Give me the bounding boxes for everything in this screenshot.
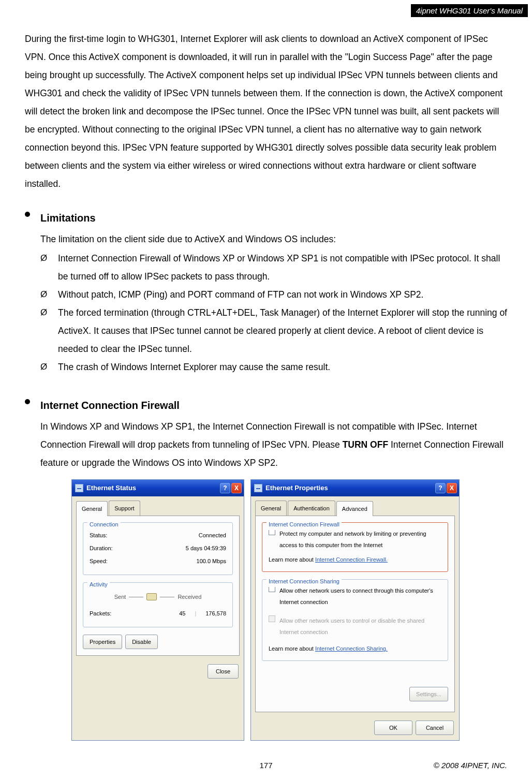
help-button[interactable]: ?	[435, 483, 446, 493]
list-text: The forced termination (through CTRL+ALT…	[58, 304, 507, 358]
copyright: © 2008 4IPNET, INC.	[434, 761, 507, 770]
icf-heading: Internet Connection Firewall	[40, 395, 507, 416]
tab-general[interactable]: General	[76, 501, 108, 516]
row-value: 5 days 04:59:39	[186, 542, 226, 554]
list-item: ØThe forced termination (through CTRL+AL…	[40, 304, 507, 358]
list-marker-icon: Ø	[40, 286, 58, 304]
settings-button: Settings...	[409, 687, 448, 701]
packets-row: Packets: 45 | 176,578	[90, 608, 226, 619]
tab-general[interactable]: General	[255, 501, 287, 516]
titlebar: Ethernet Status ? X	[72, 480, 244, 496]
tab-panel: Connection Status:Connected Duration:5 d…	[76, 516, 240, 656]
list-text: Internet Connection Firewall of Windows …	[58, 249, 507, 286]
monitor-icon	[146, 593, 157, 600]
learn-prefix: Learn more about	[269, 556, 315, 563]
cancel-button[interactable]: Cancel	[416, 721, 454, 735]
row-label: Status:	[90, 530, 107, 541]
ics-checkbox2-label: Allow other network users to control or …	[279, 615, 441, 638]
dialog-footer: Close	[72, 660, 244, 684]
window-title: Ethernet Status	[86, 481, 220, 495]
bullet-icon	[25, 212, 30, 217]
list-item: ØThe crash of Windows Internet Explorer …	[40, 358, 507, 376]
help-button[interactable]: ?	[220, 483, 230, 493]
button-row: Properties Disable	[83, 635, 233, 649]
sent-label: Sent	[114, 591, 126, 602]
intro-paragraph: During the first-time login to WHG301, I…	[25, 30, 507, 193]
page-footer: 177 © 2008 4IPNET, INC.	[0, 761, 532, 770]
ics-link[interactable]: Internet Connection Sharing.	[315, 645, 388, 652]
activity-header: Sent Received	[90, 591, 226, 602]
page-number: 177	[259, 761, 272, 770]
settings-row: Settings...	[262, 687, 448, 701]
tab-bar: General Authentication Advanced	[251, 496, 459, 516]
list-item: ØInternet Connection Firewall of Windows…	[40, 249, 507, 286]
checkbox-icon	[269, 615, 275, 622]
sent-value: 45	[179, 608, 185, 619]
connection-icon	[75, 484, 83, 492]
icf-checkbox-label: Protect my computer and network by limit…	[279, 528, 441, 551]
packets-label: Packets:	[90, 608, 111, 619]
group-title: Internet Connection Firewall	[267, 519, 342, 530]
page-header-bar: 4ipnet WHG301 User's Manual	[411, 4, 528, 17]
ics-group: Internet Connection Sharing Allow other …	[262, 579, 448, 661]
page-content: During the first-time login to WHG301, I…	[0, 0, 532, 741]
ics-learn-more: Learn more about Internet Connection Sha…	[269, 643, 441, 654]
ics-checkbox1-label: Allow other network users to connect thr…	[279, 585, 441, 608]
list-text: Without patch, ICMP (Ping) and PORT comm…	[58, 286, 507, 304]
list-marker-icon: Ø	[40, 358, 58, 376]
row-value: Connected	[199, 530, 226, 541]
activity-group: Activity Sent Received	[83, 582, 233, 627]
table-row: Status:Connected	[90, 530, 226, 541]
icf-section: Internet Connection Firewall In Windows …	[25, 395, 507, 741]
icf-learn-more: Learn more about Internet Connection Fir…	[269, 554, 441, 565]
close-dialog-button[interactable]: Close	[208, 664, 239, 679]
received-value: 176,578	[205, 608, 226, 619]
properties-button[interactable]: Properties	[83, 635, 122, 649]
tab-support[interactable]: Support	[109, 501, 140, 516]
titlebar: Ethernet Properties ? X	[251, 480, 459, 496]
ethernet-status-window: Ethernet Status ? X General Support	[71, 479, 244, 741]
list-marker-icon: Ø	[40, 304, 58, 358]
row-label: Speed:	[90, 555, 108, 567]
ics-checkbox1-row: Allow other network users to connect thr…	[269, 585, 441, 608]
ics-checkbox2-row: Allow other network users to control or …	[269, 615, 441, 638]
tab-panel: Internet Connection Firewall Protect my …	[255, 516, 455, 712]
row-label: Duration:	[90, 542, 113, 554]
icf-link[interactable]: Internet Connection Firewall.	[315, 556, 388, 563]
list-item: ØWithout patch, ICMP (Ping) and PORT com…	[40, 286, 507, 304]
close-button[interactable]: X	[447, 483, 457, 493]
window-title: Ethernet Properties	[265, 481, 435, 495]
limitations-list: ØInternet Connection Firewall of Windows…	[40, 249, 507, 376]
close-button[interactable]: X	[231, 483, 242, 493]
table-row: Speed:100.0 Mbps	[90, 555, 226, 567]
tab-bar: General Support	[72, 496, 244, 516]
received-label: Received	[178, 591, 201, 602]
icf-checkbox-row: Protect my computer and network by limit…	[269, 528, 441, 551]
icf-paragraph: In Windows XP and Windows XP SP1, the In…	[40, 418, 507, 472]
screenshots-row: Ethernet Status ? X General Support	[40, 479, 507, 741]
connection-icon	[254, 484, 262, 492]
list-text: The crash of Windows Internet Explorer m…	[58, 358, 507, 376]
connection-group: Connection Status:Connected Duration:5 d…	[83, 522, 233, 575]
icf-para-bold: TURN OFF	[343, 439, 388, 450]
list-marker-icon: Ø	[40, 249, 58, 286]
row-value: 100.0 Mbps	[197, 555, 226, 567]
tab-advanced[interactable]: Advanced	[336, 501, 373, 516]
learn-prefix: Learn more about	[269, 645, 315, 652]
group-title: Internet Connection Sharing	[267, 576, 342, 587]
limitations-heading: Limitations	[40, 208, 507, 228]
dialog-footer: OK Cancel	[251, 716, 459, 740]
manual-title: 4ipnet WHG301 User's Manual	[416, 6, 523, 15]
bullet-icon	[25, 399, 30, 404]
table-row: Duration:5 days 04:59:39	[90, 542, 226, 554]
tab-authentication[interactable]: Authentication	[288, 501, 335, 516]
limitations-intro: The limitation on the client side due to…	[40, 230, 507, 248]
ok-button[interactable]: OK	[374, 721, 412, 735]
disable-button[interactable]: Disable	[125, 635, 158, 649]
ethernet-properties-window: Ethernet Properties ? X General Authenti…	[250, 479, 460, 741]
limitations-section: Limitations The limitation on the client…	[25, 208, 507, 389]
group-title: Activity	[87, 579, 110, 590]
group-title: Connection	[87, 519, 121, 530]
icf-group: Internet Connection Firewall Protect my …	[262, 522, 448, 572]
activity-icon: Sent Received	[114, 591, 202, 602]
